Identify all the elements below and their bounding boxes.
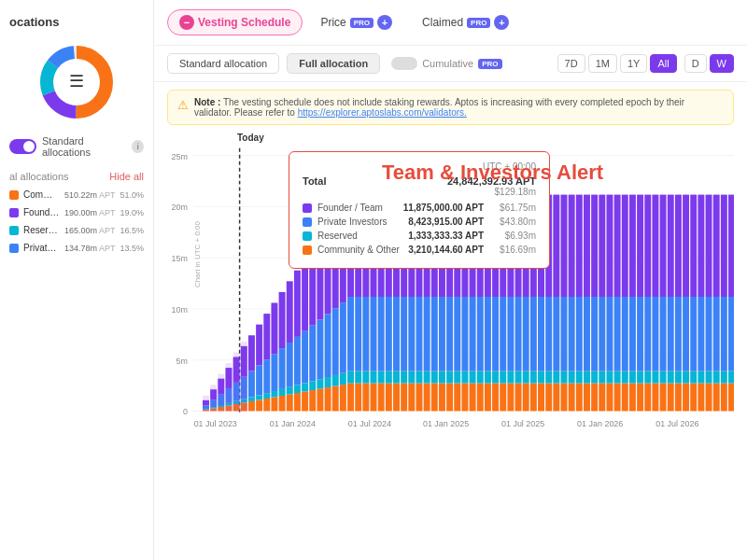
svg-rect-245 <box>614 384 621 412</box>
svg-rect-61 <box>263 399 270 411</box>
svg-rect-182 <box>492 371 499 384</box>
cumulative-row: Cumulative PRO <box>391 57 501 70</box>
svg-rect-263 <box>644 297 651 371</box>
svg-rect-105 <box>347 384 354 412</box>
svg-rect-68 <box>271 302 277 354</box>
svg-rect-167 <box>461 297 468 371</box>
view-w[interactable]: W <box>710 54 734 73</box>
svg-rect-277 <box>675 384 682 412</box>
svg-rect-228 <box>576 195 583 297</box>
svg-rect-238 <box>599 371 605 384</box>
svg-rect-109 <box>355 384 361 412</box>
svg-rect-133 <box>401 384 407 412</box>
svg-rect-113 <box>362 384 369 412</box>
standard-alloc-toggle[interactable] <box>9 139 36 154</box>
svg-rect-301 <box>721 384 727 412</box>
note-link[interactable]: https://explorer.aptoslabs.com/validator… <box>298 107 467 118</box>
standard-alloc-btn[interactable]: Standard allocation <box>167 53 279 74</box>
hide-all-button[interactable]: Hide all <box>109 171 144 182</box>
svg-rect-206 <box>538 371 544 384</box>
svg-text:10m: 10m <box>172 305 188 315</box>
view-d[interactable]: D <box>684 54 707 73</box>
svg-rect-157 <box>446 384 453 412</box>
chart-area: Today 25m 20m 15m 10m 5m 0 <box>154 133 747 560</box>
tab-price[interactable]: Price PRO + <box>308 9 404 35</box>
svg-rect-97 <box>332 386 339 412</box>
svg-rect-134 <box>401 371 407 384</box>
svg-rect-135 <box>401 297 407 371</box>
svg-rect-171 <box>470 297 476 371</box>
svg-rect-274 <box>668 371 674 384</box>
tooltip-row-usd: $61.75m <box>489 203 536 213</box>
svg-text:01 Jul 2025: 01 Jul 2025 <box>501 419 544 428</box>
svg-rect-255 <box>629 297 636 371</box>
svg-rect-267 <box>652 297 658 371</box>
svg-rect-143 <box>416 297 422 371</box>
svg-rect-91 <box>317 320 323 380</box>
svg-rect-195 <box>515 297 522 371</box>
svg-rect-158 <box>446 371 453 384</box>
svg-text:01 Jul 2023: 01 Jul 2023 <box>194 419 237 428</box>
svg-rect-215 <box>553 297 559 371</box>
cumulative-toggle[interactable] <box>391 57 417 70</box>
svg-rect-239 <box>599 297 605 371</box>
svg-rect-284 <box>683 195 689 297</box>
tooltip-row-amount: 11,875,000.00 APT <box>403 203 484 213</box>
period-1m[interactable]: 1M <box>588 54 617 73</box>
alloc-amount: 134.78m APT <box>64 244 116 253</box>
svg-rect-249 <box>622 384 628 412</box>
alloc-name: Founder / Team <box>23 207 60 217</box>
svg-rect-53 <box>248 401 255 411</box>
svg-rect-63 <box>263 359 270 393</box>
svg-rect-240 <box>599 195 605 297</box>
period-all[interactable]: All <box>650 54 676 73</box>
donut-chart: ☰ <box>9 40 144 124</box>
svg-rect-84 <box>302 259 308 331</box>
svg-rect-47 <box>233 352 240 411</box>
svg-rect-259 <box>637 297 643 371</box>
tooltip-row-name: Community & Other <box>317 245 402 255</box>
svg-rect-64 <box>263 314 270 359</box>
full-alloc-btn[interactable]: Full allocation <box>287 53 380 74</box>
period-7d[interactable]: 7D <box>557 54 585 73</box>
svg-rect-146 <box>424 371 430 384</box>
svg-rect-187 <box>500 297 506 371</box>
svg-rect-169 <box>470 384 476 412</box>
svg-rect-191 <box>507 297 514 371</box>
tab-vesting[interactable]: − Vesting Schedule <box>167 9 303 35</box>
price-tab-icon: + <box>377 15 392 30</box>
svg-rect-227 <box>576 297 583 371</box>
svg-rect-214 <box>553 371 559 384</box>
svg-rect-138 <box>408 371 415 384</box>
svg-rect-32 <box>210 385 217 411</box>
svg-rect-250 <box>622 371 628 384</box>
tooltip-row-amount: 1,333,333.33 APT <box>408 231 484 241</box>
svg-rect-273 <box>668 384 674 412</box>
svg-rect-286 <box>690 371 697 384</box>
tab-claimed[interactable]: Claimed PRO + <box>410 9 521 35</box>
svg-rect-193 <box>515 384 522 412</box>
svg-rect-269 <box>660 384 667 412</box>
svg-rect-69 <box>279 396 286 411</box>
svg-rect-179 <box>485 297 491 371</box>
svg-rect-272 <box>660 195 667 297</box>
period-1y[interactable]: 1Y <box>620 54 647 73</box>
svg-rect-145 <box>424 384 430 412</box>
svg-rect-67 <box>271 354 277 391</box>
svg-rect-265 <box>652 384 658 412</box>
tooltip-row: Reserved 1,333,333.33 APT $6.93m <box>303 231 536 241</box>
allocation-list: Community & ... 510.22m APT 51.0% Founde… <box>9 189 144 253</box>
alloc-pct: 19.0% <box>120 208 144 217</box>
svg-rect-174 <box>477 371 484 384</box>
svg-rect-183 <box>492 297 499 371</box>
info-icon[interactable]: i <box>132 140 144 153</box>
svg-text:0: 0 <box>183 407 188 416</box>
tooltip-rows: Founder / Team 11,875,000.00 APT $61.75m… <box>303 203 536 255</box>
svg-rect-241 <box>606 384 613 412</box>
svg-rect-290 <box>698 371 704 384</box>
svg-rect-74 <box>287 387 293 395</box>
note-bar: ⚠ Note : The vesting schedule does not i… <box>167 90 734 125</box>
svg-rect-27 <box>203 396 209 412</box>
svg-rect-266 <box>652 371 658 384</box>
tooltip-row-name: Founder / Team <box>317 203 398 213</box>
